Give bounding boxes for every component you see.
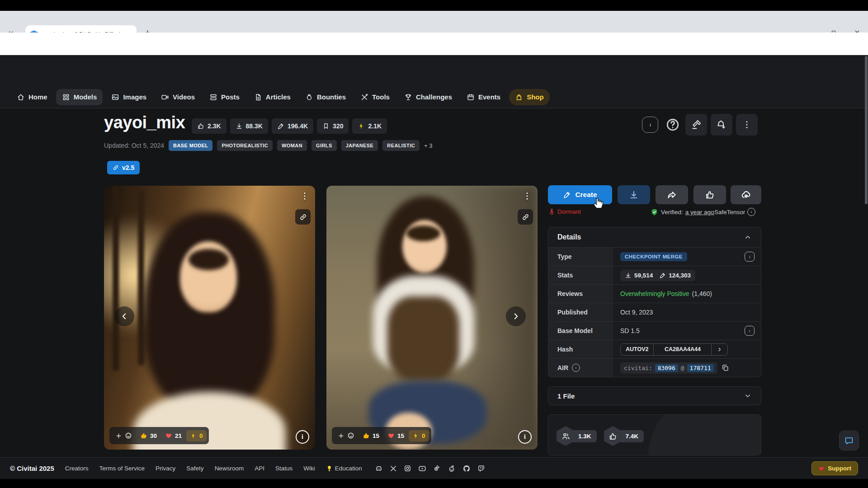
likes-badge[interactable]: 7.4K [604, 426, 644, 446]
image-info-icon[interactable]: i [518, 430, 532, 444]
type-info-icon[interactable] [745, 252, 755, 262]
support-button[interactable]: Support [811, 461, 858, 475]
footer-link-wiki[interactable]: Wiki [303, 465, 315, 472]
model-likes-stat[interactable]: 2.3K [192, 118, 226, 134]
nav-label: Articles [266, 93, 291, 101]
model-title: yayoi_mix [104, 113, 185, 132]
members-badge[interactable]: 1.3K [557, 426, 597, 446]
tag-realistic[interactable]: REALISTIC [382, 140, 420, 151]
base-model-value: SD 1.5 [620, 327, 640, 334]
help-icon[interactable] [665, 117, 681, 133]
nav-item-videos[interactable]: Videos [155, 89, 201, 105]
model-generations-stat[interactable]: 196.4K [272, 118, 313, 134]
carousel-next-button[interactable] [506, 306, 526, 326]
image-link-icon[interactable] [295, 209, 311, 225]
like-model-button[interactable] [693, 185, 726, 204]
model-downloads-stat[interactable]: 88.3K [230, 118, 268, 134]
image-menu-icon[interactable] [522, 191, 532, 201]
model-info-icon[interactable] [642, 117, 658, 133]
expand-chevron-icon [744, 392, 752, 400]
energy-reaction[interactable]: 0 [409, 430, 429, 441]
vault-button[interactable] [731, 185, 761, 204]
energy-reaction[interactable]: 0 [186, 430, 207, 441]
stat-value: 88.3K [246, 122, 263, 130]
nav-item-home[interactable]: Home [11, 89, 53, 105]
verified-time-link[interactable]: a year ago [685, 209, 714, 216]
gallery-card-1[interactable]: 30 21 0 i [104, 186, 315, 450]
type-badge[interactable]: CHECKPOINT MERGE [620, 252, 687, 261]
stat-value: 196.4K [288, 122, 308, 130]
copy-air-icon[interactable] [721, 364, 729, 372]
twitch-icon[interactable] [477, 465, 485, 472]
tag-base-model[interactable]: BASE MODEL [169, 140, 212, 151]
format-info-icon[interactable] [747, 208, 755, 216]
footer-link-safety[interactable]: Safety [186, 465, 203, 472]
hash-expand-icon[interactable] [711, 344, 727, 355]
instagram-icon[interactable] [404, 465, 411, 472]
footer-link-newsroom[interactable]: Newsroom [215, 465, 244, 472]
file-format-label: SafeTensor [714, 209, 745, 216]
share-button[interactable] [656, 185, 688, 204]
image-menu-icon[interactable] [300, 191, 310, 201]
nav-item-models[interactable]: Models [56, 89, 103, 105]
tiktok-icon[interactable] [433, 465, 441, 472]
carousel-prev-button[interactable] [114, 306, 134, 326]
version-chip-v25[interactable]: v2.5 [107, 161, 140, 174]
more-tags[interactable]: + 3 [424, 142, 432, 149]
heart-reaction[interactable]: 21 [161, 430, 185, 441]
tag-japanese[interactable]: JAPANESE [341, 140, 378, 151]
footer-link-terms[interactable]: Terms of Service [99, 465, 145, 472]
air-info-icon[interactable] [572, 364, 580, 372]
nav-item-bounties[interactable]: Bounties [299, 89, 352, 105]
footer-link-api[interactable]: API [255, 465, 264, 472]
moderation-gavel-button[interactable] [685, 114, 707, 136]
nav-item-posts[interactable]: Posts [203, 89, 245, 105]
add-reaction-button[interactable] [334, 430, 358, 441]
hash-pill[interactable]: AUTOV2 CA28AA4A44 [620, 343, 728, 356]
heart-reaction[interactable]: 15 [384, 430, 408, 441]
details-header[interactable]: Details [548, 227, 761, 247]
nav-item-challenges[interactable]: Challenges [398, 89, 458, 105]
chat-button[interactable] [839, 431, 859, 450]
download-button[interactable] [618, 185, 650, 204]
nav-item-tools[interactable]: Tools [354, 89, 396, 105]
add-reaction-button[interactable] [112, 430, 136, 441]
image-info-icon[interactable]: i [296, 430, 309, 444]
github-icon[interactable] [462, 465, 471, 473]
footer-link-creators[interactable]: Creators [65, 465, 89, 472]
discord-icon[interactable] [375, 465, 383, 473]
files-panel[interactable]: 1 File [548, 386, 761, 405]
footer-link-privacy[interactable]: Privacy [156, 465, 175, 472]
stat-value: 320 [333, 122, 343, 130]
footer-link-education[interactable]: Education [326, 465, 362, 472]
youtube-icon[interactable] [418, 465, 426, 473]
reddit-icon[interactable] [448, 465, 456, 473]
image-link-icon[interactable] [518, 209, 533, 225]
tag-girls[interactable]: GIRLS [311, 140, 337, 151]
nav-label: Models [74, 93, 97, 101]
download-count: 59,514 [625, 272, 653, 279]
tag-woman[interactable]: WOMAN [277, 140, 307, 151]
detail-row-reviews: Reviews Overwhelmingly Positive (1,460) [548, 284, 761, 303]
nav-item-events[interactable]: Events [461, 89, 506, 105]
model-menu-button[interactable] [736, 114, 758, 136]
shield-check-icon [650, 208, 659, 216]
mouse-cursor [591, 193, 607, 212]
reviews-rating-link[interactable]: Overwhelmingly Positive [620, 290, 689, 297]
nav-label: Posts [221, 93, 240, 101]
footer-link-status[interactable]: Status [275, 465, 292, 472]
nav-item-shop[interactable]: Shop [509, 89, 550, 105]
tag-photorealistic[interactable]: PHOTOREALISTIC [217, 140, 273, 151]
x-twitter-icon[interactable] [390, 465, 397, 472]
model-bookmarks-stat[interactable]: 320 [317, 118, 349, 134]
nav-item-images[interactable]: Images [105, 89, 152, 105]
follow-notifications-button[interactable] [711, 114, 732, 136]
row-label: Base Model [548, 322, 613, 340]
scrollbar-thumb[interactable] [865, 56, 868, 204]
like-reaction[interactable]: 15 [359, 430, 383, 441]
like-reaction[interactable]: 30 [137, 430, 160, 441]
users-icon [557, 426, 575, 446]
nav-item-articles[interactable]: Articles [248, 89, 297, 105]
model-energy-stat[interactable]: 2.1K [352, 118, 387, 134]
base-model-info-icon[interactable] [745, 326, 755, 336]
